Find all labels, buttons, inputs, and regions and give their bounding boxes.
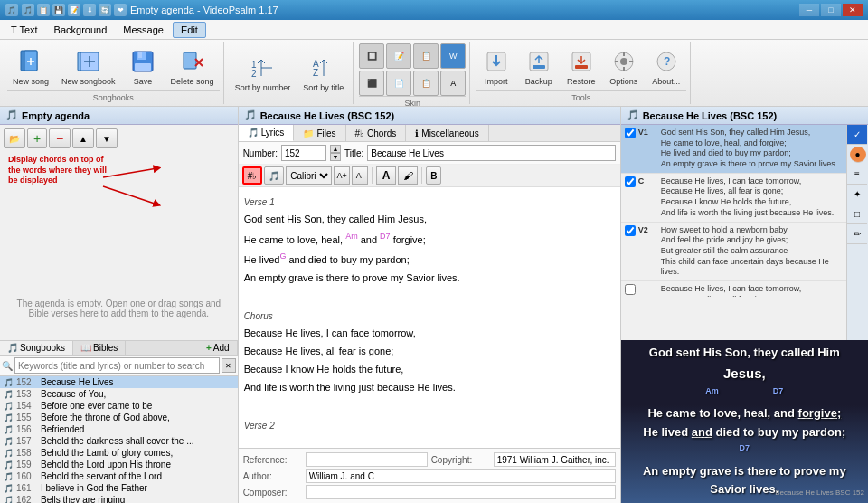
menu-background[interactable]: Background [47, 23, 115, 37]
left-panel: 🎵 Empty agenda 📂 + − ▲ ▼ Display chords … [0, 107, 239, 503]
maximize-button[interactable]: □ [821, 4, 841, 16]
list-item[interactable]: 🎵 154 Before one ever came to be [0, 400, 238, 412]
format-bar: #♭ 🎵 Calibri A+ A- A 🖌 B [239, 165, 620, 187]
sort-by-title-button[interactable]: AZ Sort by title [297, 50, 349, 97]
list-item[interactable]: 🎵 152 Because He Lives [0, 376, 238, 388]
misc-icon: ℹ [415, 128, 419, 138]
tool-box-button[interactable]: □ [847, 204, 867, 224]
skin-btn-4[interactable]: W [440, 43, 466, 69]
format-btn-2[interactable]: 🎵 [264, 166, 284, 185]
menubar: T Text Background Message Edit [0, 20, 868, 40]
tool-star-button[interactable]: ✦ [847, 185, 867, 204]
add-songbook-button[interactable]: + Add [199, 341, 238, 355]
skin-btn-3[interactable]: 📋 [413, 43, 439, 69]
agenda-icon: 🎵 [5, 109, 18, 121]
tab-songbooks[interactable]: 🎵 Songbooks [0, 341, 73, 355]
new-songbook-button[interactable]: New songbook [56, 43, 121, 90]
tool-lines-button[interactable]: ≡ [847, 165, 867, 185]
agenda-header: 🎵 Empty agenda [0, 107, 238, 125]
skin-btn-2[interactable]: 📝 [386, 43, 411, 69]
font-select[interactable]: Calibri [286, 166, 332, 185]
verse-entry-v1[interactable]: V1 God sent His Son, they called Him Jes… [621, 125, 846, 174]
options-button[interactable]: Options [603, 43, 644, 90]
author-input[interactable] [306, 469, 616, 483]
svg-text:Z: Z [313, 68, 318, 78]
composer-row: Composer: [243, 484, 616, 500]
list-item[interactable]: 🎵 162 Bells they are ringing [0, 494, 238, 503]
tab-lyrics[interactable]: 🎵 Lyrics [239, 125, 295, 141]
right-panel-content: V1 God sent His Son, they called Him Jes… [621, 125, 868, 340]
menu-text[interactable]: T Text [4, 23, 45, 37]
verse-entry-extra[interactable]: Because He lives, I can face tomorrow,Be… [621, 281, 846, 297]
svg-point-29 [620, 58, 627, 65]
title-input[interactable] [367, 145, 615, 161]
list-item[interactable]: 🎵 161 I believe in God the Father [0, 482, 238, 494]
agenda-down-btn[interactable]: ▼ [96, 128, 118, 148]
menu-message[interactable]: Message [116, 23, 171, 37]
spin-up-button[interactable]: ▲ [330, 145, 341, 153]
verse-check-c[interactable] [625, 176, 636, 187]
verse-check-extra[interactable] [625, 284, 636, 295]
song-icon: 🎵 [4, 484, 14, 493]
delete-song-button[interactable]: Delete song [165, 43, 220, 90]
tool-edit-button[interactable]: ✏ [847, 224, 867, 244]
agenda-add-btn[interactable]: + [27, 128, 47, 148]
list-item[interactable]: 🎵 156 Befriended [0, 423, 238, 435]
verse-entry-v2[interactable]: V2 How sweet to hold a newborn babyAnd f… [621, 223, 846, 281]
search-input[interactable] [14, 357, 220, 374]
highlight-button[interactable]: 🖌 [398, 166, 418, 185]
tool-checkmark-button[interactable]: ✓ [847, 125, 867, 145]
tab-miscellaneous[interactable]: ℹ Miscellaneous [406, 125, 488, 141]
import-button[interactable]: Import [476, 43, 516, 90]
font-size-decrease[interactable]: A- [352, 166, 368, 185]
about-button[interactable]: ? About... [646, 43, 686, 90]
composer-label: Composer: [243, 488, 302, 498]
save-button[interactable]: Save [123, 43, 164, 90]
options-icon [609, 47, 638, 76]
tab-chords[interactable]: #♭ Chords [346, 125, 407, 141]
agenda-folder-btn[interactable]: 📂 [4, 128, 25, 148]
skin-btn-8[interactable]: A [440, 71, 466, 96]
new-song-button[interactable]: New song [7, 43, 54, 90]
lyrics-editor[interactable]: Verse 1 God sent His Son, they called Hi… [239, 187, 620, 448]
minimize-button[interactable]: ─ [799, 4, 819, 16]
list-item[interactable]: 🎵 158 Behold the Lamb of glory comes, [0, 447, 238, 459]
list-item[interactable]: 🎵 159 Behold the Lord upon His throne [0, 459, 238, 470]
tab-bibles[interactable]: 📖 Bibles [73, 341, 126, 355]
tool-color-button[interactable]: ● [850, 147, 866, 163]
sort-by-number-button[interactable]: 12 Sort by number [230, 50, 297, 97]
chords-toggle-button[interactable]: #♭ [242, 166, 263, 185]
agenda-remove-btn[interactable]: − [49, 128, 71, 148]
verse-entry-c[interactable]: C Because He lives, I can face tomorrow,… [621, 174, 846, 223]
composer-input[interactable] [306, 485, 616, 499]
list-item[interactable]: 🎵 153 Because of You, [0, 388, 238, 400]
restore-button[interactable]: Restore [561, 43, 601, 90]
number-input[interactable] [281, 145, 326, 161]
new-song-icon [16, 47, 45, 76]
list-item[interactable]: 🎵 160 Behold the servant of the Lord [0, 470, 238, 482]
bold-button[interactable]: B [426, 166, 441, 185]
chord: D7 [380, 232, 391, 241]
verse-check-v1[interactable] [625, 128, 636, 138]
menu-edit[interactable]: Edit [173, 22, 206, 38]
skin-btn-6[interactable]: 📄 [386, 71, 411, 96]
verse-check-v2[interactable] [625, 225, 636, 236]
list-item[interactable]: 🎵 157 Behold the darkness shall cover th… [0, 435, 238, 447]
window-controls[interactable]: ─ □ ✕ [799, 4, 863, 16]
copyright-input[interactable] [494, 452, 616, 467]
font-size-increase[interactable]: A+ [334, 166, 350, 185]
backup-button[interactable]: Backup [518, 43, 559, 90]
close-button[interactable]: ✕ [843, 4, 863, 16]
skin-btn-5[interactable]: ⬛ [359, 71, 384, 96]
agenda-up-btn[interactable]: ▲ [72, 128, 94, 148]
skin-btn-1[interactable]: 🔲 [359, 43, 384, 69]
songbooks-tab-icon: 🎵 [7, 343, 18, 353]
skin-btn-7[interactable]: 📋 [413, 71, 439, 96]
spin-down-button[interactable]: ▼ [330, 153, 341, 161]
search-clear-button[interactable]: ✕ [222, 358, 236, 373]
svg-rect-12 [184, 52, 196, 69]
list-item[interactable]: 🎵 155 Before the throne of God above, [0, 412, 238, 423]
reference-input[interactable] [306, 452, 428, 467]
font-color-button[interactable]: A [376, 166, 396, 185]
tab-files[interactable]: 📁 Files [294, 125, 345, 141]
